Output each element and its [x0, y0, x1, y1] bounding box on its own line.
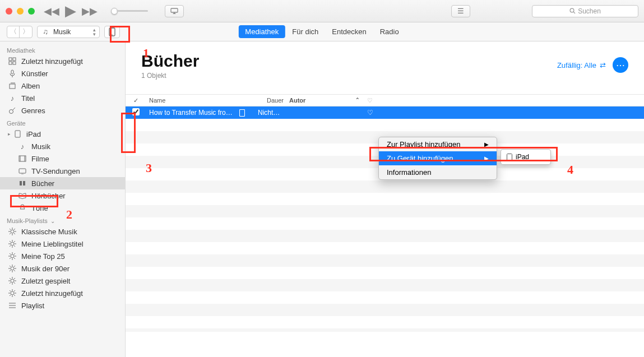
content-table: ✓ Name Dauer Autor ⌃ ♡ How to Transfer M… — [126, 94, 644, 332]
svg-point-1 — [570, 8, 574, 12]
sidebar-item-tv-sendungen[interactable]: TV-Sendungen — [0, 165, 125, 177]
sidebar-item-hörbücher[interactable]: Hörbücher — [0, 189, 125, 202]
col-duration[interactable]: Dauer — [258, 97, 289, 104]
svg-point-38 — [11, 254, 14, 258]
more-options-button[interactable]: ⋯ — [613, 57, 628, 73]
sidebar-item-zuletzt-hinzugefügt[interactable]: Zuletzt hinzugefügt — [0, 287, 125, 299]
svg-line-36 — [10, 245, 11, 247]
close-window-button[interactable] — [6, 8, 12, 15]
gear-icon — [8, 289, 17, 298]
play-button[interactable]: ▶ — [65, 2, 76, 20]
submenu-arrow-icon: ▶ — [484, 141, 489, 147]
volume-slider[interactable] — [111, 8, 148, 15]
search-placeholder: Suchen — [578, 7, 601, 15]
sidebar-item-meine-top-25[interactable]: Meine Top 25 — [0, 250, 125, 262]
svg-line-55 — [14, 266, 15, 267]
sidebar-item-label: Meine Lieblingstitel — [21, 240, 84, 248]
sidebar-item-bücher[interactable]: Bücher — [0, 177, 125, 189]
airplay-button[interactable] — [165, 5, 184, 17]
svg-point-4 — [112, 34, 113, 35]
tab-mediathek[interactable]: Mediathek — [238, 25, 285, 38]
shuffle-all-button[interactable]: Zufällig: Alle ⇄ — [557, 61, 606, 69]
search-input[interactable]: Suchen — [532, 5, 638, 17]
sidebar-item-label: Zuletzt gespielt — [21, 277, 70, 285]
col-favorite[interactable]: ♡ — [363, 97, 377, 104]
note-icon: ♪ — [8, 94, 17, 103]
context-item-zur-playlist-hinzufügen[interactable]: Zur Playlist hinzufügen▶ — [379, 137, 497, 151]
nav-forward-button[interactable]: 〉 — [20, 26, 32, 38]
svg-line-53 — [14, 270, 15, 271]
context-item-informationen[interactable]: Informationen — [379, 165, 497, 179]
next-track-button[interactable]: ▶▶ — [82, 5, 98, 17]
table-header: ✓ Name Dauer Autor ⌃ ♡ — [126, 94, 644, 106]
device-button[interactable] — [104, 26, 120, 38]
svg-rect-18 — [19, 169, 26, 173]
music-note-icon: ♫ — [41, 27, 50, 36]
col-name[interactable]: Name — [146, 97, 258, 104]
svg-point-20 — [11, 230, 14, 233]
svg-line-37 — [14, 241, 15, 242]
sidebar-item-ipad[interactable]: ▸iPad — [0, 128, 125, 140]
svg-rect-0 — [171, 8, 178, 12]
svg-point-56 — [11, 279, 14, 282]
context-submenu[interactable]: iPad — [501, 149, 551, 165]
nav-back-button[interactable]: 〈 — [7, 26, 20, 38]
submenu-arrow-icon: ▶ — [484, 155, 489, 161]
list-icon — [8, 301, 17, 310]
sidebar-item-klassische-musik[interactable]: Klassische Musik — [0, 225, 125, 238]
sidebar-item-genres[interactable]: Genres — [0, 104, 125, 117]
sidebar-item-label: Klassische Musik — [21, 228, 77, 236]
search-icon — [569, 8, 576, 14]
context-item-zu-gerät-hinzufügen[interactable]: Zu Gerät hinzufügen▶ — [379, 151, 497, 165]
sidebar-item-playlist[interactable]: Playlist — [0, 299, 125, 312]
svg-line-73 — [14, 290, 15, 291]
media-type-selector[interactable]: ♫ Musik ▴▾ — [37, 26, 100, 38]
svg-line-63 — [10, 282, 11, 284]
table-row[interactable]: How to Transfer Music fro… Nicht… ♡ — [126, 106, 644, 119]
sidebar-item-alben[interactable]: Alben — [0, 80, 125, 92]
gear-icon — [8, 239, 17, 248]
main-panel: Bücher 1 Objekt Zufällig: Alle ⇄ ⋯ ✓ Nam… — [126, 41, 644, 357]
minimize-window-button[interactable] — [17, 8, 24, 15]
svg-line-71 — [14, 295, 15, 296]
film-icon — [18, 154, 27, 163]
svg-rect-77 — [239, 109, 244, 116]
sidebar-item-label: Alben — [21, 82, 40, 90]
tab-für dich[interactable]: Für dich — [285, 25, 325, 38]
sidebar-item-label: Meine Top 25 — [21, 252, 65, 261]
sidebar: MediathekZuletzt hinzugefügtKünstlerAlbe… — [0, 41, 126, 357]
media-type-label: Musik — [53, 28, 71, 36]
sidebar-item-musik-der-90er[interactable]: Musik der 90er — [0, 262, 125, 275]
sidebar-item-label: iPad — [26, 130, 41, 138]
tab-radio[interactable]: Radio — [373, 25, 406, 38]
book-icon — [18, 179, 27, 188]
sidebar-item-künstler[interactable]: Künstler — [0, 67, 125, 80]
sidebar-item-filme[interactable]: Filme — [0, 152, 125, 165]
submenu-item-ipad[interactable]: iPad — [501, 151, 550, 163]
device-indicator-icon — [239, 109, 245, 117]
context-menu[interactable]: Zur Playlist hinzufügen▶Zu Gerät hinzufü… — [378, 137, 497, 180]
col-checkmark[interactable]: ✓ — [126, 97, 146, 104]
row-favorite[interactable]: ♡ — [363, 109, 377, 117]
titlebar: ◀◀ ▶ ▶▶ ☰ Suchen — [0, 0, 644, 22]
svg-line-43 — [10, 253, 11, 254]
svg-rect-78 — [507, 154, 512, 160]
prev-track-button[interactable]: ◀◀ — [44, 5, 59, 17]
disclosure-caret-icon[interactable]: ▸ — [8, 131, 11, 137]
svg-rect-7 — [9, 62, 12, 64]
row-checkbox[interactable] — [132, 108, 140, 115]
sidebar-item-zuletzt-gespielt[interactable]: Zuletzt gespielt — [0, 275, 125, 287]
playback-controls: ◀◀ ▶ ▶▶ — [44, 2, 184, 20]
maximize-window-button[interactable] — [28, 8, 35, 15]
col-author[interactable]: Autor ⌃ — [289, 97, 363, 104]
sidebar-item-titel[interactable]: ♪Titel — [0, 92, 125, 104]
sidebar-item-musik[interactable]: ♪Musik — [0, 140, 125, 152]
svg-line-45 — [10, 258, 11, 259]
sidebar-item-töne[interactable]: Töne — [0, 202, 125, 214]
mic-icon — [8, 69, 17, 78]
grid-icon — [8, 57, 17, 66]
sidebar-item-meine-lieblingstitel[interactable]: Meine Lieblingstitel — [0, 238, 125, 250]
sidebar-item-zuletzt-hinzugefügt[interactable]: Zuletzt hinzugefügt — [0, 55, 125, 67]
list-view-button[interactable]: ☰ — [451, 5, 470, 17]
tab-entdecken[interactable]: Entdecken — [325, 25, 373, 38]
